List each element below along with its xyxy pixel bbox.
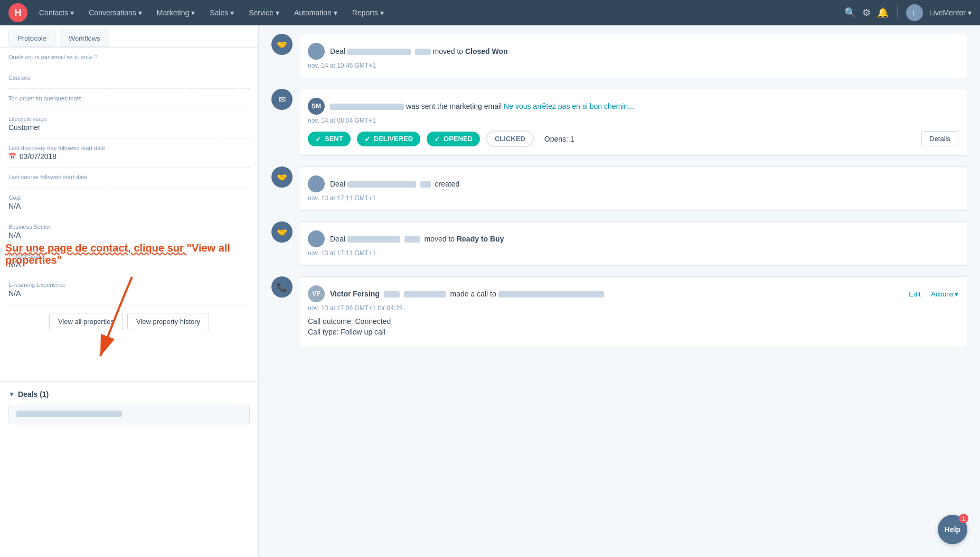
call-details: Call outcome: Connected Call type: Follo… [308,317,958,336]
timeline-text-email: was sent the marketing email Ne vous arr… [330,102,958,110]
avatar-ready-to-buy [308,230,325,247]
nav-contacts[interactable]: Contacts ▾ [32,0,81,25]
goal-value: N/A [8,202,250,210]
property-last-course: Last course followed start date [8,168,250,188]
call-type-row: Call type: Follow up call [308,328,958,336]
property-quels-cours: Quels cours par email as-tu suivi ? [8,48,250,68]
call-person-blur-2 [404,291,446,298]
call-person-blur-1 [384,291,400,298]
edit-call-link[interactable]: Edit [909,290,920,298]
hubspot-logo[interactable]: H [8,3,27,22]
right-panel: 🤝 Deal moved to Closed Won nov. 14 [259,25,980,557]
deal-item[interactable] [8,405,250,424]
deal-icon-3: 🤝 [271,221,293,243]
left-panel: Protocole Workflows Quels cours par emai… [0,25,259,557]
timeline-item-closed-won: 🤝 Deal moved to Closed Won nov. 14 [271,34,967,80]
deals-section: ▼ Deals (1) [0,381,258,433]
nav-reports[interactable]: Reports ▾ [345,0,391,25]
left-tabs: Protocole Workflows [0,25,258,48]
notifications-icon[interactable]: 🔔 [877,7,889,18]
avatar-sm: SM [308,98,325,115]
nav-service[interactable]: Service ▾ [241,0,287,25]
tab-workflows[interactable]: Workflows [60,30,109,47]
timeline-card-ready-to-buy: Deal moved to Ready to Buy nov. 13 at 17… [299,221,967,266]
tab-protocole[interactable]: Protocole [8,30,55,47]
deal-created-blur-1 [347,181,416,188]
deal-name-blur-1 [347,49,411,55]
property-courses: Courses [8,68,250,89]
call-to-blur [498,291,604,298]
clicked-pill: CLICKED [486,131,534,147]
email-sender-blur [330,104,404,110]
elearning-value: N/A [8,289,250,298]
timeline-item-email: ✉ SM was sent the marketing email Ne vou… [271,89,967,158]
properties-section: Quels cours par email as-tu suivi ? Cour… [0,48,258,304]
settings-icon[interactable]: ⚙ [862,7,871,18]
avatar-1 [308,43,325,60]
help-badge: 1 [959,514,968,523]
email-icon: ✉ [271,89,293,110]
business-sector-value: N/A [8,231,250,239]
call-outcome-row: Call outcome: Connected [308,317,958,326]
nav-sales[interactable]: Sales ▾ [202,0,241,25]
property-project-stage: Project Stage N/A [8,246,250,275]
timeline-text-deal-created: Deal created [330,180,958,188]
timeline-item-call: 📞 VF Victor Fersing made a call to [271,276,967,349]
deal-icon-2: 🤝 [271,166,293,188]
top-navigation: H Contacts ▾ Conversations ▾ Marketing ▾… [0,0,980,25]
timeline-card-closed-won: Deal moved to Closed Won nov. 14 at 10:4… [299,34,967,78]
timeline-text-call: Victor Fersing made a call to [330,290,903,298]
avatar-vf: VF [308,285,325,302]
details-button[interactable]: Details [921,131,958,146]
timeline-text-ready-to-buy: Deal moved to Ready to Buy [330,235,958,243]
property-goal: Goal N/A [8,188,250,217]
property-ton-projet: Ton projet en quelques mots [8,89,250,109]
sent-pill: ✓ SENT [308,132,351,146]
nav-divider [897,6,898,19]
timeline-item-ready-to-buy: 🤝 Deal moved to Ready to Buy nov. 1 [271,221,967,268]
lifecycle-stage-value: Customer [8,123,250,132]
nav-conversations[interactable]: Conversations ▾ [81,0,149,25]
deals-header[interactable]: ▼ Deals (1) [8,390,250,398]
property-lifecycle-stage: Lifecycle stage Customer [8,109,250,138]
nav-marketing[interactable]: Marketing ▾ [149,0,202,25]
property-elearning: E-learning Experience N/A [8,275,250,304]
actions-dropdown[interactable]: Actions ▾ [931,290,958,298]
project-stage-value: N/A [8,260,250,268]
deal-name-blurred [16,411,122,417]
delivered-check-icon: ✓ [364,135,371,143]
timeline-item-deal-created: 🤝 Deal created nov. 13 at 17:11 GMT+1 [271,166,967,213]
deal-name-blur-1b [415,49,431,55]
action-buttons-row: View all properties View property histor… [0,304,258,339]
call-card-actions: Edit | Actions ▾ [909,290,958,298]
deals-chevron-icon: ▼ [8,391,15,398]
ready-to-buy-blur-2 [404,236,420,243]
timeline: 🤝 Deal moved to Closed Won nov. 14 [259,25,980,366]
opens-label: Opens: 1 [544,135,574,143]
view-all-properties-button[interactable]: View all properties [49,313,123,330]
user-menu[interactable]: LiveMentor ▾ [929,8,972,17]
calendar-icon: 📅 [8,153,16,160]
help-bubble[interactable]: 1 Help [938,515,967,544]
timeline-card-call: VF Victor Fersing made a call to Edit | [299,276,967,347]
opened-check-icon: ✓ [434,135,440,143]
user-avatar[interactable]: L [906,4,923,21]
deal-created-blur-2 [420,181,431,188]
call-icon: 📞 [271,276,293,298]
property-business-sector: Business Sector N/A [8,217,250,246]
timeline-text-1: Deal moved to Closed Won [330,47,958,55]
view-property-history-button[interactable]: View property history [127,313,209,330]
last-discovery-value: 📅 03/07/2018 [8,152,250,161]
nav-automation[interactable]: Automation ▾ [287,0,345,25]
sent-check-icon: ✓ [315,135,322,143]
delivered-pill: ✓ DELIVERED [357,132,420,146]
email-status-row: ✓ SENT ✓ DELIVERED ✓ OPENED CLICKED [308,131,958,147]
ready-to-buy-blur-1 [347,236,400,243]
timeline-card-email: SM was sent the marketing email Ne vous … [299,89,967,156]
timeline-card-deal-created: Deal created nov. 13 at 17:11 GMT+1 [299,166,967,211]
svg-text:H: H [15,7,22,18]
search-icon[interactable]: 🔍 [844,7,856,18]
property-last-discovery: Last discovery day followed start date 📅… [8,138,250,168]
opened-pill: ✓ OPENED [427,132,480,146]
email-link[interactable]: Ne vous arrêtez pas en si bon chemin... [504,102,634,110]
